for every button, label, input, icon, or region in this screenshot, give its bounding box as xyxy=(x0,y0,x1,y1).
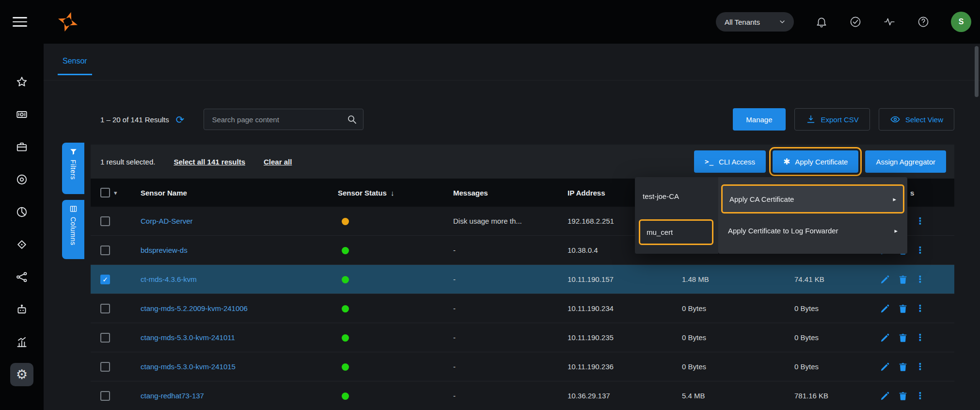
refresh-icon[interactable]: ⟳ xyxy=(176,115,185,125)
row-checkbox[interactable]: ✓ xyxy=(100,246,110,255)
cli-access-button[interactable]: >_ CLI Access xyxy=(694,150,766,173)
delete-trash-icon[interactable] xyxy=(898,361,908,372)
select-all-link[interactable]: Select all 141 results xyxy=(174,158,245,166)
tenant-selector[interactable]: All Tenants xyxy=(716,12,794,32)
tenant-selector-value: All Tenants xyxy=(725,18,760,26)
menu-item-test-joe-ca[interactable]: test-joe-CA xyxy=(635,177,718,215)
table-row[interactable]: ✓ ctang-mds-5.3.0-kvm-241015 - 10.11.190… xyxy=(91,352,954,381)
brand-logo-icon[interactable] xyxy=(55,9,80,34)
menu-item-apply-cert-log-forwarder[interactable]: Apply Certificate to Log Forwarder ▸ xyxy=(721,214,904,246)
header-sensor-name[interactable]: Sensor Name xyxy=(141,189,338,197)
table-row[interactable]: ✓ ctang-mds-5.2.2009-kvm-241006 - 10.11.… xyxy=(91,294,954,323)
more-options-icon[interactable]: ⋮ xyxy=(916,362,925,371)
more-options-icon[interactable]: ⋮ xyxy=(916,216,925,226)
sensor-name-link[interactable]: ctang-redhat73-137 xyxy=(141,392,204,400)
manage-button[interactable]: Manage xyxy=(733,108,785,131)
target-locate-icon[interactable] xyxy=(10,233,33,256)
disc-icon[interactable] xyxy=(10,168,33,191)
columns-tab-label: Columns xyxy=(69,217,77,246)
header-sensor-status[interactable]: Sensor Status↓ xyxy=(338,189,453,197)
header-messages[interactable]: Messages xyxy=(453,189,568,197)
ip-cell: 10.11.190.157 xyxy=(568,275,682,283)
select-all-checkbox[interactable]: ✓ xyxy=(100,188,110,197)
size1-cell: 1.48 MB xyxy=(682,275,794,283)
chevron-down-icon xyxy=(778,18,786,26)
size2-cell: 781.16 KB xyxy=(794,392,880,400)
clear-all-link[interactable]: Clear all xyxy=(264,158,292,166)
export-csv-button[interactable]: Export CSV xyxy=(794,108,870,131)
sensor-name-link[interactable]: ctang-mds-5.2.2009-kvm-241006 xyxy=(141,304,248,312)
system-check-icon[interactable] xyxy=(849,16,862,28)
menu-icon[interactable] xyxy=(13,17,27,27)
results-count: 1 – 20 of 141 Results xyxy=(100,115,169,124)
table-row[interactable]: ✓ ctang-mds-5.3.0-kvm-241011 - 10.11.190… xyxy=(91,323,954,352)
assign-aggregator-button[interactable]: Assign Aggregator xyxy=(865,150,946,173)
sensor-name-link[interactable]: ct-mds-4.3.6-kvm xyxy=(141,275,197,283)
row-checkbox-checked[interactable]: ✓ xyxy=(100,275,110,284)
select-view-button[interactable]: Select View xyxy=(879,108,954,131)
table-row[interactable]: ✓ ctang-redhat73-137 - 10.36.29.137 5.4 … xyxy=(91,381,954,410)
search-icon[interactable] xyxy=(346,114,358,125)
size1-cell: 0 Bytes xyxy=(682,362,794,371)
delete-trash-icon[interactable] xyxy=(898,332,908,343)
row-checkbox[interactable]: ✓ xyxy=(100,333,110,343)
sensor-name-link[interactable]: ctang-mds-5.3.0-kvm-241015 xyxy=(141,362,236,371)
menu-item-apply-ca-certificate[interactable]: Apply CA Certificate ▸ xyxy=(721,184,904,213)
robot-icon[interactable] xyxy=(10,298,33,321)
edit-pencil-icon[interactable] xyxy=(880,303,890,314)
search-input[interactable] xyxy=(204,109,364,130)
edit-pencil-icon[interactable] xyxy=(880,361,890,372)
star-icon[interactable] xyxy=(10,70,33,94)
edit-pencil-icon[interactable] xyxy=(880,274,890,285)
pie-chart-icon[interactable] xyxy=(10,200,33,224)
more-options-icon[interactable]: ⋮ xyxy=(916,391,925,400)
more-options-icon[interactable]: ⋮ xyxy=(916,275,925,284)
messages-cell: - xyxy=(453,246,568,254)
row-checkbox[interactable]: ✓ xyxy=(100,391,110,401)
briefcase-icon[interactable] xyxy=(10,135,33,159)
apply-certificate-button[interactable]: ✱ Apply Certificate xyxy=(773,150,858,173)
top-bar: All Tenants S xyxy=(0,0,980,44)
more-options-icon[interactable]: ⋮ xyxy=(916,333,925,342)
columns-side-tab[interactable]: Columns xyxy=(62,200,84,259)
notifications-bell-icon[interactable] xyxy=(815,16,828,28)
activity-pulse-icon[interactable] xyxy=(883,16,896,28)
help-icon[interactable] xyxy=(917,16,930,28)
terminal-icon: >_ xyxy=(705,158,714,165)
sensor-name-link[interactable]: Corp-AD-Server xyxy=(141,217,193,225)
bar-chart-icon[interactable] xyxy=(10,330,33,354)
table-toolbar: 1 – 20 of 141 Results ⟳ Manage Export CS… xyxy=(44,107,980,132)
table-row-selected[interactable]: ✓ ct-mds-4.3.6-kvm - 10.11.190.157 1.48 … xyxy=(91,265,954,294)
cash-card-icon[interactable] xyxy=(10,103,33,126)
size2-cell: 0 Bytes xyxy=(794,333,880,342)
certificate-submenu: test-joe-CA mu_cert xyxy=(635,177,718,254)
certificate-icon: ✱ xyxy=(783,158,790,166)
tab-sensor[interactable]: Sensor xyxy=(58,44,92,75)
delete-trash-icon[interactable] xyxy=(898,391,908,401)
size2-cell: 74.41 KB xyxy=(794,275,880,283)
selection-menu-caret-icon[interactable]: ▾ xyxy=(114,189,117,197)
app-window: All Tenants S xyxy=(0,0,980,410)
sensor-name-link[interactable]: bdspreview-ds xyxy=(141,246,188,254)
chevron-right-icon: ▸ xyxy=(893,196,896,203)
settings-gear-icon[interactable]: ⚙ xyxy=(10,363,33,386)
user-avatar[interactable]: S xyxy=(951,12,971,32)
scrollbar-thumb[interactable] xyxy=(975,46,979,97)
delete-trash-icon[interactable] xyxy=(898,303,908,314)
edit-pencil-icon[interactable] xyxy=(880,332,890,343)
messages-cell: - xyxy=(453,392,568,400)
row-checkbox[interactable]: ✓ xyxy=(100,216,110,226)
row-checkbox[interactable]: ✓ xyxy=(100,362,110,372)
row-checkbox[interactable]: ✓ xyxy=(100,304,110,313)
edit-pencil-icon[interactable] xyxy=(880,391,890,401)
network-graph-icon[interactable] xyxy=(10,265,33,289)
filters-tab-label: Filters xyxy=(69,160,77,180)
ip-cell: 10.11.190.235 xyxy=(568,333,682,342)
filters-side-tab[interactable]: Filters xyxy=(62,143,84,194)
delete-trash-icon[interactable] xyxy=(898,274,908,285)
menu-item-mu-cert[interactable]: mu_cert xyxy=(639,219,713,245)
more-options-icon[interactable]: ⋮ xyxy=(916,246,925,255)
sensor-name-link[interactable]: ctang-mds-5.3.0-kvm-241011 xyxy=(141,333,235,342)
more-options-icon[interactable]: ⋮ xyxy=(916,304,925,313)
left-nav-sidebar: ⚙ xyxy=(0,44,44,410)
